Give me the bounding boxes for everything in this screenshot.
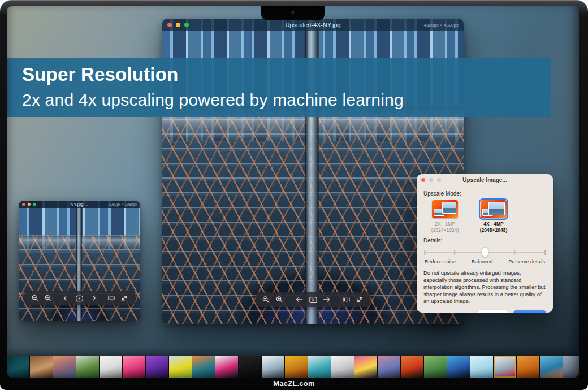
zoom-out-icon[interactable] [261,295,271,305]
slider-tick [424,250,425,255]
zoom-in-icon[interactable] [275,295,284,305]
slideshow-play-icon[interactable] [308,295,318,305]
dialog-footer: Learn more... Cancel Upscale [423,310,546,313]
upscale-warning-text: Do not upscale already enlarged images, … [423,270,546,305]
image-dimensions-label: 4320px × 4320px [423,23,459,28]
details-slider-thumb[interactable] [482,248,488,257]
details-label: Details: [423,237,546,244]
promo-canvas: Upscaled-4X-NY.jpg 4320px × 4320px [0,0,588,390]
autumn-tree-thumbnail[interactable] [285,356,308,378]
slider-tick [514,250,516,255]
zoom-button[interactable] [184,23,189,27]
viewer-toolbar [24,291,135,305]
mode-option-4x[interactable]: 4X - 4MP (2048×2048) [473,200,514,233]
green-facade-thumbnail[interactable] [76,356,99,378]
fullscreen-expand-icon[interactable] [119,293,129,303]
pink-mountains-thumbnail[interactable] [378,356,400,378]
dialog-body: Upscale Mode: 2X - 1MP (1024×1024) [417,185,553,313]
image-dimensions-label: 1080px × 1080px [109,202,137,206]
banner-title: Super Resolution [22,62,551,87]
filmstrip[interactable] [7,356,579,378]
mode-4x-thumbnail[interactable] [481,200,507,218]
previous-image-icon[interactable] [62,293,71,303]
dialog-titlebar[interactable]: Upscale Image... [417,174,553,185]
neon-magenta-thumbnail[interactable] [123,356,145,378]
details-slider[interactable] [425,248,545,257]
ice-blue-thumbnail[interactable] [470,356,493,378]
slider-tick [544,250,546,255]
macbook-screen: Upscaled-4X-NY.jpg 4320px × 4320px [7,6,579,378]
balanced-label: Balanced [472,259,493,265]
white-architecture-thumbnail[interactable] [494,356,516,378]
upscaled-photo-graphic [442,202,456,214]
blue-stairs-thumbnail[interactable] [540,356,563,378]
city-skyline-thumbnail[interactable] [563,356,579,378]
preserve-details-label: Preserve details [508,259,545,265]
slideshow-play-icon[interactable] [75,293,84,303]
seascape-dark-thumbnail[interactable] [7,356,29,378]
red-sphere-thumbnail[interactable] [401,356,423,378]
mode-4x-resolution: (2048×2048) [480,227,507,233]
geometric-lines-thumbnail[interactable] [100,356,122,378]
zoom-out-icon[interactable] [30,293,40,303]
orange-canyon-thumbnail[interactable] [517,356,539,378]
mode-4x-label: 4X - 4MP [483,221,503,227]
mode-option-2x[interactable]: 2X - 1MP (1024×1024) [425,200,465,233]
violet-tunnel-thumbnail[interactable] [146,356,168,378]
window-title: Upscaled-4X-NY.jpg [162,21,464,28]
yellow-field-thumbnail[interactable] [169,356,192,378]
close-button[interactable] [22,203,25,206]
upscale-mode-label: Upscale Mode: [423,190,546,197]
upscale-mode-options: 2X - 1MP (1024×1024) 4X - 4MP (2048×2048… [425,200,546,233]
next-image-icon[interactable] [322,295,331,305]
macbook-notch [261,6,325,20]
cancel-button[interactable]: Cancel [477,310,509,313]
next-image-icon[interactable] [88,293,97,303]
minimize-button[interactable] [176,23,180,27]
agate-swirl-thumbnail[interactable] [30,356,53,378]
webcam-icon [292,11,295,14]
minimize-button[interactable] [28,203,31,206]
feature-banner: Super Resolution 2x and 4x upscaling pow… [7,58,551,117]
mode-2x-label: 2X - 1MP [435,221,455,227]
mode-2x-thumbnail[interactable] [432,200,458,218]
traffic-lights [22,203,36,206]
teal-wave-building-thumbnail[interactable] [308,356,331,378]
zoom-button[interactable] [33,203,36,206]
mountain-lake-thumbnail[interactable] [192,356,215,378]
fit-width-icon[interactable] [106,293,116,303]
reduce-noise-label: Reduce noise [425,259,456,265]
upscale-dialog[interactable]: Upscale Image... Upscale Mode: 2X - 1MP … [417,174,553,313]
fullscreen-expand-icon[interactable] [355,295,365,305]
green-hills-thumbnail[interactable] [424,356,447,378]
dialog-title: Upscale Image... [417,177,553,183]
traffic-lights [167,23,189,27]
previous-image-icon[interactable] [295,295,304,305]
zoom-in-icon[interactable] [43,293,53,303]
upscale-button[interactable]: Upscale [513,310,546,313]
watermark-label: MacZL.com [0,378,588,390]
upscaled-photo-graphic [488,202,505,215]
dark-texture-thumbnail[interactable] [239,356,261,378]
main-window-titlebar[interactable]: Upscaled-4X-NY.jpg 4320px × 4320px [162,19,464,31]
slider-tick [455,250,456,255]
small-image-window[interactable]: NY.jpg⌄ 1080px × 1080px [19,201,140,321]
slider-labels: Reduce noise Balanced Preserve details [425,259,545,265]
title-chevron-icon[interactable]: ⌄ [85,202,89,206]
banner-subtitle: 2x and 4x upscaling powered by machine l… [22,87,551,113]
city-neon-thumbnail[interactable] [354,356,377,378]
viewer-toolbar [256,292,370,307]
mode-2x-resolution: (1024×1024) [431,227,459,233]
bridge-sunset-thumbnail[interactable] [53,356,76,378]
star-sculpture-thumbnail[interactable] [331,356,354,378]
snow-peak-thumbnail[interactable] [262,356,284,378]
close-button[interactable] [167,23,172,27]
light-streaks-thumbnail[interactable] [447,356,470,378]
small-window-titlebar[interactable]: NY.jpg⌄ 1080px × 1080px [19,201,140,208]
phone-gradient-thumbnail[interactable] [215,356,238,378]
fit-width-icon[interactable] [341,295,351,305]
